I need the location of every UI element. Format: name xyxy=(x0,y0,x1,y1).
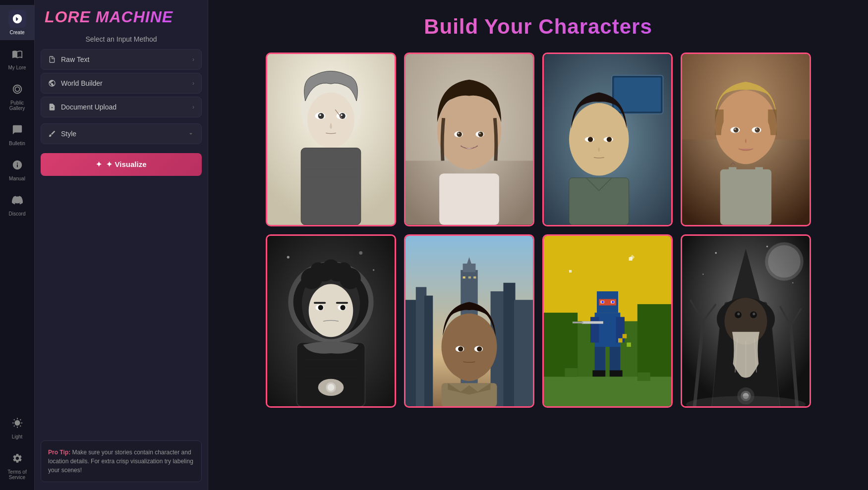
create-icon-bg xyxy=(8,10,26,28)
gallery-card-2[interactable] xyxy=(404,53,534,226)
svg-point-42 xyxy=(733,127,738,132)
method-raw-text[interactable]: Raw Text › xyxy=(41,49,202,70)
svg-rect-86 xyxy=(503,282,515,406)
sidebar-label-bulletin: Bulletin xyxy=(9,141,25,146)
svg-rect-115 xyxy=(581,321,603,324)
sidebar-item-discord[interactable]: Discord xyxy=(0,186,34,221)
sidebar-item-public-gallery[interactable]: Public Gallery xyxy=(0,75,34,116)
svg-point-31 xyxy=(587,137,592,142)
svg-point-63 xyxy=(322,259,339,276)
svg-point-70 xyxy=(340,305,345,310)
svg-point-152 xyxy=(766,245,767,247)
svg-rect-23 xyxy=(439,173,499,224)
discord-icon xyxy=(12,195,23,206)
sidebar-item-my-lore[interactable]: My Lore xyxy=(0,40,34,75)
method-world-builder-left: World Builder xyxy=(48,79,103,87)
svg-rect-88 xyxy=(463,276,465,278)
gallery-card-3[interactable] xyxy=(542,53,673,226)
sidebar-item-bulletin[interactable]: Bulletin xyxy=(0,116,34,151)
svg-rect-48 xyxy=(755,167,763,175)
gallery-card-1[interactable] xyxy=(266,53,396,226)
gallery-card-4[interactable] xyxy=(681,53,811,226)
method-document-upload-left: Document Upload xyxy=(48,103,116,111)
sidebar-label-discord: Discord xyxy=(9,211,26,217)
style-selector[interactable]: Style xyxy=(41,123,202,144)
sidebar-item-create[interactable]: Create xyxy=(0,5,34,40)
svg-point-96 xyxy=(477,346,482,351)
light-icon-bg xyxy=(8,414,26,432)
world-builder-chevron: › xyxy=(192,80,194,87)
manual-icon-bg xyxy=(8,156,26,174)
gallery-card-5[interactable] xyxy=(266,234,396,408)
input-method-label: Select an Input Method xyxy=(35,31,208,49)
icon-sidebar: Create My Lore Public Gallery Bulletin xyxy=(0,0,35,490)
gallery-card-8[interactable] xyxy=(681,234,811,408)
svg-point-145 xyxy=(737,313,740,315)
sidebar-item-manual[interactable]: Manual xyxy=(0,151,34,186)
svg-rect-125 xyxy=(569,270,571,272)
gallery-card-6[interactable] xyxy=(404,234,534,408)
svg-rect-65 xyxy=(314,302,326,303)
my-lore-icon-bg xyxy=(8,45,26,63)
gallery-grid xyxy=(266,53,811,408)
svg-rect-111 xyxy=(594,347,605,373)
method-document-upload-label: Document Upload xyxy=(61,103,116,111)
main-title: Build Your Characters xyxy=(228,15,848,39)
method-list: Raw Text › World Builder › Document Uplo… xyxy=(35,49,208,119)
svg-point-3 xyxy=(307,93,354,148)
my-lore-icon xyxy=(12,49,23,59)
visualize-star-icon: ✦ xyxy=(96,160,102,169)
method-world-builder[interactable]: World Builder › xyxy=(41,73,202,94)
svg-point-92 xyxy=(447,328,491,381)
svg-rect-33 xyxy=(569,178,629,225)
visualize-button[interactable]: ✦ ✦ Visualize xyxy=(41,153,202,176)
method-world-builder-label: World Builder xyxy=(61,79,103,87)
method-raw-text-left: Raw Text xyxy=(48,55,89,63)
svg-point-64 xyxy=(308,284,353,337)
char-image-3 xyxy=(544,54,671,225)
svg-point-151 xyxy=(715,252,716,253)
svg-rect-112 xyxy=(609,347,620,373)
char-image-2 xyxy=(405,54,533,225)
svg-rect-117 xyxy=(618,338,623,342)
svg-rect-120 xyxy=(544,377,671,406)
public-gallery-icon-bg xyxy=(8,80,26,98)
sidebar-item-terms[interactable]: Terms of Service xyxy=(0,444,34,485)
gallery-card-7[interactable] xyxy=(542,234,673,408)
svg-rect-114 xyxy=(609,370,622,377)
document-upload-chevron: › xyxy=(192,104,194,110)
create-icon xyxy=(12,13,23,24)
sidebar-item-light[interactable]: Light xyxy=(0,409,34,444)
style-selector-left: Style xyxy=(48,130,76,138)
sidebar-label-my-lore: My Lore xyxy=(8,65,26,70)
sidebar-label-terms: Terms of Service xyxy=(2,469,32,480)
method-raw-text-label: Raw Text xyxy=(61,55,89,63)
method-document-upload[interactable]: Document Upload › xyxy=(41,97,202,117)
svg-rect-119 xyxy=(627,342,631,347)
svg-rect-118 xyxy=(622,334,627,338)
svg-rect-110 xyxy=(612,301,614,302)
sidebar-label-light: Light xyxy=(12,434,23,439)
svg-rect-87 xyxy=(514,300,532,406)
manual-icon xyxy=(12,160,23,170)
sidebar-label-manual: Manual xyxy=(9,176,25,181)
svg-rect-46 xyxy=(720,169,771,225)
svg-rect-121 xyxy=(565,368,578,377)
gallery-icon xyxy=(12,84,23,95)
document-upload-icon xyxy=(48,103,56,111)
svg-rect-89 xyxy=(468,276,470,278)
style-chevron-icon xyxy=(187,130,194,137)
svg-rect-116 xyxy=(572,322,583,323)
char-image-6 xyxy=(405,236,533,407)
svg-point-128 xyxy=(768,245,800,277)
visualize-label: ✦ Visualize xyxy=(106,160,146,169)
pro-tip-label: Pro Tip: xyxy=(48,449,70,456)
svg-point-69 xyxy=(318,305,323,310)
svg-point-28 xyxy=(575,117,623,175)
svg-point-44 xyxy=(734,128,736,130)
logo-area: Lore Machine xyxy=(35,0,208,31)
bulletin-icon-bg xyxy=(8,121,26,139)
style-icon xyxy=(48,130,56,138)
bulletin-icon xyxy=(12,124,23,135)
svg-rect-113 xyxy=(592,370,605,377)
